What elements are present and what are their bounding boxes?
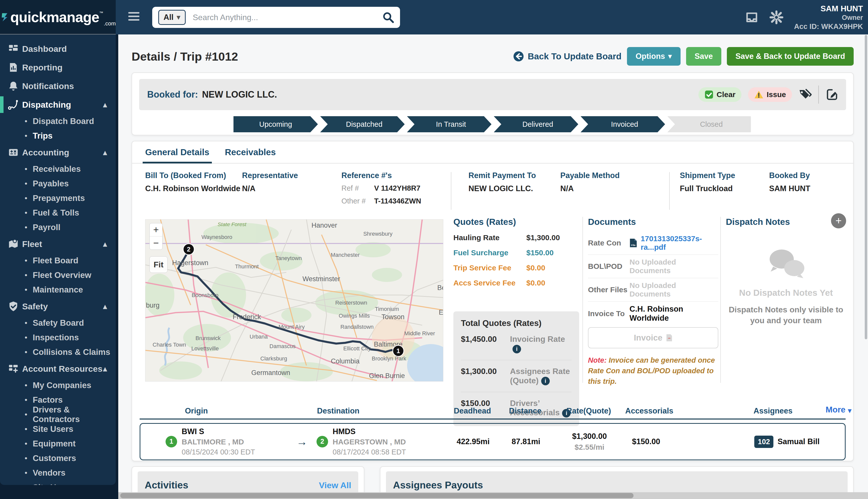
info-icon[interactable]: i	[513, 345, 521, 353]
trip-table-row[interactable]: 1 BWI S BALTIMORE , MD 08/15/2024 00:30 …	[140, 423, 846, 460]
fleet-map-icon	[8, 238, 19, 250]
file-icon: File	[629, 238, 637, 248]
top-bar: quickmanage ™ .com All ▼	[0, 0, 868, 35]
sidebar-item-safety-board[interactable]: Safety Board	[0, 316, 116, 330]
rate-con-row: Rate Con File 1701313025337s-ra...pdf	[588, 231, 718, 255]
sidebar-item-notifications[interactable]: Notifications	[0, 77, 116, 95]
documents-panel: Documents Rate Con File 1701313025337s-r…	[588, 217, 718, 387]
back-to-update-board-link[interactable]: Back To Update Board	[513, 51, 622, 62]
map-label: State Forest	[218, 221, 247, 227]
quote-row-accs-fee: Accs Service Fee$0.00	[454, 279, 579, 287]
divider	[818, 86, 819, 104]
inbox-icon[interactable]	[745, 10, 759, 24]
gear-icon[interactable]	[769, 10, 783, 24]
svg-text:File: File	[631, 244, 636, 246]
sidebar-item-fleet-board[interactable]: Fleet Board	[0, 253, 116, 268]
sidebar-item-payables[interactable]: Payables	[0, 176, 116, 191]
options-button[interactable]: Options ▼	[627, 47, 680, 66]
invoice-button[interactable]: Invoice	[588, 327, 718, 348]
edit-icon[interactable]	[825, 88, 838, 101]
assignee-badge[interactable]: 102	[754, 436, 773, 448]
sidebar-item-site-users[interactable]: Site Users	[0, 422, 116, 436]
zoom-out-button[interactable]: −	[150, 236, 162, 250]
destination-cell: → 2 HMDS HAGERSTOWN , MD 08/17/2024 08:5…	[291, 426, 447, 457]
save-button[interactable]: Save	[686, 47, 721, 66]
menu-toggle-icon[interactable]	[128, 12, 140, 23]
rate-cell: $1,300.00 $2.55/mi	[553, 431, 626, 452]
rate-con-file-link[interactable]: 1701313025337s-ra...pdf	[641, 234, 718, 252]
sidebar-item-clipped[interactable]: Site Users	[0, 480, 116, 485]
map-label: Brunswick	[195, 335, 221, 341]
search-scope-label: All	[164, 13, 173, 22]
booked-by-field: Booked By SAM HUNT	[769, 171, 810, 193]
map-label: Hanover	[312, 222, 337, 229]
scrollbar-thumb[interactable]	[120, 493, 634, 498]
view-all-link[interactable]: View All	[319, 480, 351, 490]
add-note-button[interactable]: +	[831, 213, 846, 228]
tab-general-details[interactable]: General Details	[145, 141, 209, 163]
map-label: Timonium	[375, 306, 399, 312]
sidebar-item-dispatch-board[interactable]: Dispatch Board	[0, 114, 116, 129]
sidebar-item-inspections[interactable]: Inspections	[0, 330, 116, 345]
origin-cell: 1 BWI S BALTIMORE , MD 08/15/2024 00:30 …	[141, 426, 291, 457]
stage-delivered[interactable]: Delivered	[494, 116, 578, 132]
sidebar-item-trips[interactable]: Trips	[0, 129, 116, 143]
sidebar-item-account-resources[interactable]: Account Resources ▲	[0, 360, 116, 378]
stage-in-transit[interactable]: In Transit	[407, 116, 492, 132]
zoom-in-button[interactable]: +	[150, 223, 162, 236]
horizontal-scrollbar[interactable]	[0, 492, 868, 499]
bell-icon	[8, 80, 19, 92]
sidebar-item-prepayments[interactable]: Prepayments	[0, 191, 116, 206]
sidebar-item-safety[interactable]: Safety ▲	[0, 297, 116, 316]
sidebar-item-equipment[interactable]: Equipment	[0, 436, 116, 451]
issue-badge[interactable]: Issue	[748, 87, 792, 102]
sidebar-item-payroll[interactable]: Payroll	[0, 220, 116, 235]
shield-check-icon	[8, 301, 19, 312]
sidebar-item-maintenance[interactable]: Maintenance	[0, 282, 116, 297]
divider	[669, 172, 670, 210]
map-label: Lovettsville	[192, 345, 219, 352]
stage-dispatched[interactable]: Dispatched	[320, 116, 405, 132]
sidebar-item-reporting[interactable]: Reporting	[0, 58, 116, 77]
sidebar-item-vendors[interactable]: Vendors	[0, 465, 116, 480]
clear-badge[interactable]: Clear	[698, 87, 742, 102]
sidebar-item-collisions-claims[interactable]: Collisions & Claims	[0, 345, 116, 360]
sidebar-item-accounting[interactable]: Accounting ▲	[0, 143, 116, 162]
sidebar-item-customers[interactable]: Customers	[0, 451, 116, 465]
map-label: Waynesboro	[202, 234, 232, 240]
route-icon	[8, 99, 19, 110]
map-canvas: State Forest Hanover Shrewsbury Waynesbo…	[145, 220, 443, 381]
map-marker-1[interactable]: 1	[393, 345, 404, 356]
general-details-card: General Details Receivables Bill To (Boo…	[132, 141, 854, 461]
more-columns-link[interactable]: More ▼	[826, 405, 852, 414]
sidebar-item-fleet[interactable]: Fleet ▲	[0, 235, 116, 253]
sidebar-item-label: Dispatching	[22, 100, 71, 110]
map-fit-button[interactable]: Fit	[149, 256, 168, 273]
search-icon[interactable]	[383, 12, 394, 23]
tags-icon[interactable]	[798, 88, 812, 101]
tab-receivables[interactable]: Receivables	[225, 141, 276, 163]
info-icon[interactable]: i	[541, 377, 550, 385]
search-input[interactable]	[193, 13, 383, 22]
sidebar-item-label: Reporting	[22, 63, 63, 72]
tab-bar: General Details Receivables	[132, 141, 853, 163]
logo[interactable]: quickmanage ™ .com	[0, 0, 116, 35]
sidebar-item-my-companies[interactable]: My Companies	[0, 378, 116, 393]
sidebar-item-dashboard[interactable]: Dashboard	[0, 39, 116, 58]
sidebar-item-fleet-overview[interactable]: Fleet Overview	[0, 268, 116, 282]
sidebar-item-fuel-tolls[interactable]: Fuel & Tolls	[0, 206, 116, 220]
stage-closed[interactable]: Closed	[667, 116, 752, 132]
search-scope-select[interactable]: All ▼	[158, 10, 186, 25]
sidebar-item-dispatching[interactable]: Dispatching ▲	[0, 95, 116, 114]
save-and-back-button[interactable]: Save & Back to Update Board	[727, 47, 854, 66]
route-map[interactable]: State Forest Hanover Shrewsbury Waynesbo…	[145, 219, 443, 381]
sidebar-item-receivables[interactable]: Receivables	[0, 162, 116, 176]
user-menu[interactable]: SAM HUNT Owner Acc ID: WKAX9HPK	[794, 3, 863, 31]
map-marker-2[interactable]: 2	[183, 244, 194, 255]
sidebar-item-drivers-contractors[interactable]: Drivers & Contractors	[0, 407, 116, 422]
stage-upcoming[interactable]: Upcoming	[233, 116, 318, 132]
reporting-icon	[8, 62, 19, 73]
sidebar-scrollbar[interactable]	[865, 35, 867, 339]
search-bar: All ▼	[152, 7, 400, 28]
stage-invoiced[interactable]: Invoiced	[581, 116, 665, 132]
